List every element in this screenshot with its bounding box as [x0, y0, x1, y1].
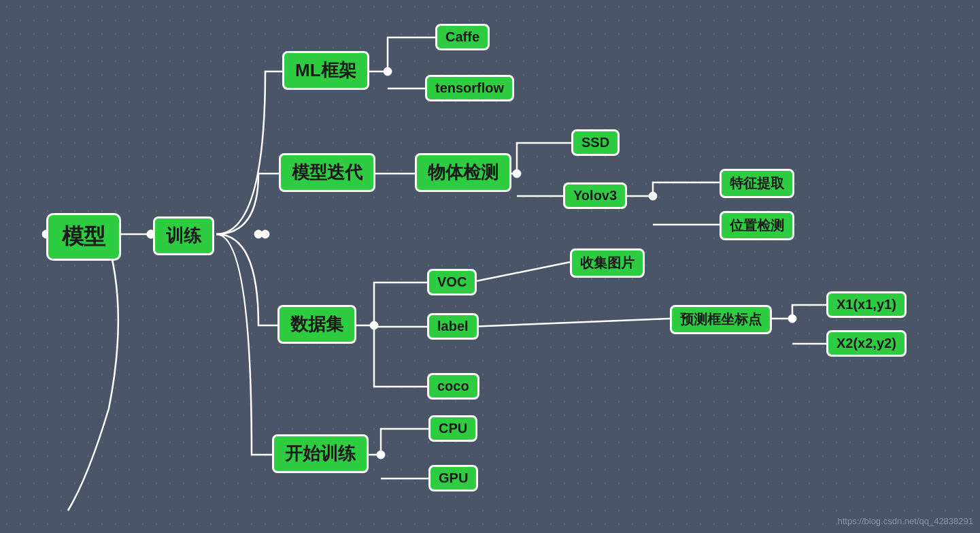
- node-wuti-jiance: 物体检测: [415, 153, 511, 192]
- node-weizhi-jiance: 位置检测: [720, 211, 794, 240]
- node-shoucai-tupian: 收集图片: [570, 248, 645, 278]
- svg-point-3: [254, 230, 263, 238]
- node-moxing: 模型: [46, 213, 121, 261]
- svg-point-19: [377, 451, 385, 459]
- node-gpu: GPU: [428, 465, 478, 491]
- node-tezheng-tiqu: 特征提取: [720, 169, 794, 198]
- node-xunlian: 训练: [153, 216, 214, 255]
- svg-point-10: [649, 192, 657, 200]
- svg-line-14: [469, 262, 570, 282]
- node-kaishi-xunlian: 开始训练: [272, 434, 369, 473]
- node-x1y1: X1(x1,y1): [826, 291, 907, 318]
- node-cpu: CPU: [428, 415, 477, 442]
- svg-point-12: [370, 321, 378, 329]
- node-moxing-diedai: 模型迭代: [279, 153, 375, 192]
- watermark: https://blog.csdn.net/qq_42838291: [838, 516, 974, 526]
- node-x2y2: X2(x2,y2): [826, 330, 907, 357]
- node-label: label: [427, 313, 479, 340]
- node-tensorflow: tensorflow: [425, 75, 514, 101]
- svg-point-8: [513, 169, 521, 178]
- svg-point-2: [261, 230, 269, 238]
- node-caffe: Caffe: [435, 24, 490, 50]
- svg-point-17: [788, 314, 796, 323]
- node-ssd: SSD: [571, 129, 620, 156]
- node-yuce-kuang: 预测框坐标点: [670, 305, 772, 334]
- node-ml-kuangjia: ML框架: [282, 51, 369, 90]
- svg-point-4: [384, 67, 392, 76]
- node-coco: coco: [427, 373, 479, 400]
- node-yolov3: Yolov3: [563, 182, 627, 209]
- node-shujuji: 数据集: [277, 305, 356, 344]
- node-voc: VOC: [427, 269, 477, 295]
- svg-line-15: [469, 319, 670, 327]
